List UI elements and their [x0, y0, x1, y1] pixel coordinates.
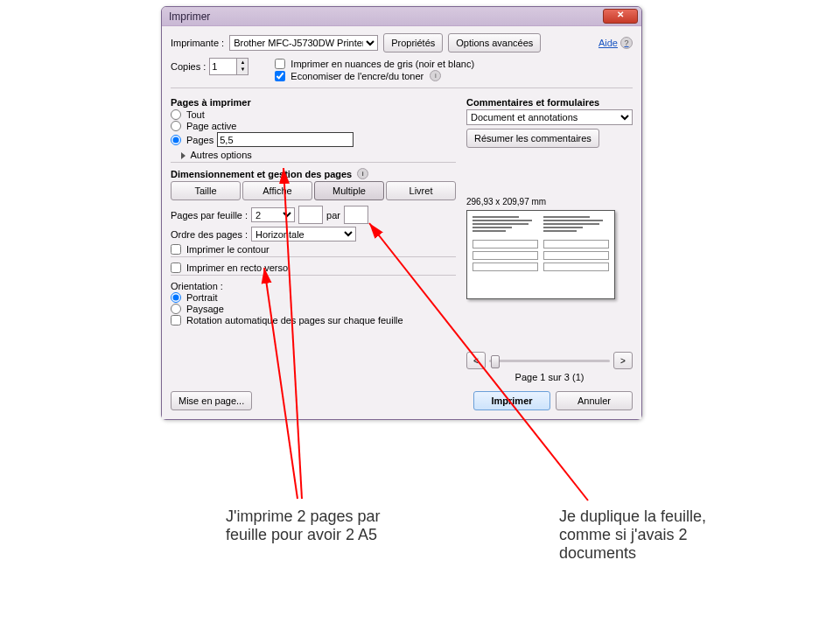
current-page-radio[interactable] — [171, 121, 181, 131]
preview-prev-button[interactable]: < — [466, 352, 486, 369]
other-options-toggle[interactable]: Autres options — [190, 150, 251, 160]
custom-rows-input[interactable] — [344, 206, 368, 224]
chevron-right-icon: > — [620, 356, 626, 366]
grayscale-label: Imprimer en nuances de gris (noir et bla… — [290, 59, 474, 69]
sizing-section-title: Dimensionnement et gestion des pages — [171, 169, 352, 179]
duplex-checkbox[interactable] — [171, 262, 181, 273]
window-title: Imprimer — [169, 10, 210, 23]
printer-label: Imprimante : — [171, 38, 224, 48]
tab-poster[interactable]: Affiche — [242, 181, 312, 200]
save-ink-checkbox[interactable] — [275, 71, 285, 81]
tab-size[interactable]: Taille — [171, 181, 241, 200]
preview-next-button[interactable]: > — [613, 352, 633, 369]
pages-input[interactable] — [217, 132, 354, 147]
printer-select[interactable]: Brother MFC-J5730DW Printer — [229, 35, 378, 51]
print-preview — [466, 210, 615, 299]
autorotate-checkbox[interactable] — [171, 315, 181, 326]
tab-booklet[interactable]: Livret — [386, 181, 456, 200]
landscape-radio[interactable] — [171, 304, 181, 314]
help-icon: ? — [620, 37, 633, 49]
spinner-arrows-icon[interactable]: ▲▼ — [237, 58, 248, 75]
paper-dims: 296,93 x 209,97 mm — [466, 197, 633, 206]
annotation-right: Je duplique la feuille, comme si j'avais… — [559, 508, 752, 563]
print-button[interactable]: Imprimer — [473, 391, 550, 410]
all-pages-radio[interactable] — [171, 109, 181, 120]
print-border-checkbox[interactable] — [171, 244, 181, 255]
comments-section-title: Commentaires et formulaires — [466, 97, 633, 108]
info-icon: i — [357, 168, 368, 179]
close-icon: ✕ — [617, 10, 624, 19]
save-ink-label: Economiser de l'encre/du toner — [290, 71, 424, 81]
summarize-comments-button[interactable]: Résumer les commentaires — [466, 129, 599, 148]
preview-zoom-slider[interactable] — [489, 360, 610, 362]
copies-input[interactable] — [209, 58, 237, 75]
preview-nav-status: Page 1 sur 3 (1) — [466, 372, 633, 382]
custom-cols-input[interactable] — [298, 206, 323, 224]
print-dialog: Imprimer ✕ Imprimante : Brother MFC-J573… — [161, 6, 642, 420]
pages-per-sheet-label: Pages par feuille : — [171, 210, 248, 220]
tab-multiple[interactable]: Multiple — [314, 181, 384, 200]
titlebar: Imprimer ✕ — [162, 7, 641, 26]
pages-section-title: Pages à imprimer — [171, 97, 456, 108]
portrait-radio[interactable] — [171, 292, 181, 303]
orientation-title: Orientation : — [171, 281, 456, 291]
comments-mode-select[interactable]: Document et annotations — [466, 109, 633, 125]
page-order-label: Ordre des pages : — [171, 229, 248, 240]
pages-radio[interactable] — [171, 135, 181, 145]
annotation-left: J'imprime 2 pages par feuille pour avoir… — [226, 508, 418, 544]
sizing-tabs: Taille Affiche Multiple Livret — [171, 181, 456, 200]
help-link[interactable]: Aide ? — [598, 37, 633, 49]
close-button[interactable]: ✕ — [603, 9, 638, 24]
grayscale-checkbox[interactable] — [275, 59, 285, 69]
copies-label: Copies : — [171, 61, 206, 72]
by-label: par — [326, 210, 340, 220]
info-icon: i — [430, 70, 441, 81]
advanced-options-button[interactable]: Options avancées — [448, 33, 541, 52]
chevron-left-icon: < — [473, 356, 479, 366]
copies-spinner[interactable]: ▲▼ — [209, 58, 248, 75]
slider-thumb[interactable] — [491, 355, 500, 368]
page-setup-button[interactable]: Mise en page... — [171, 391, 252, 410]
cancel-button[interactable]: Annuler — [556, 391, 633, 410]
properties-button[interactable]: Propriétés — [383, 33, 443, 52]
disclosure-triangle-icon[interactable] — [181, 152, 186, 159]
pages-per-sheet-select[interactable]: 2 — [251, 207, 295, 222]
page-order-select[interactable]: Horizontale — [251, 227, 356, 242]
